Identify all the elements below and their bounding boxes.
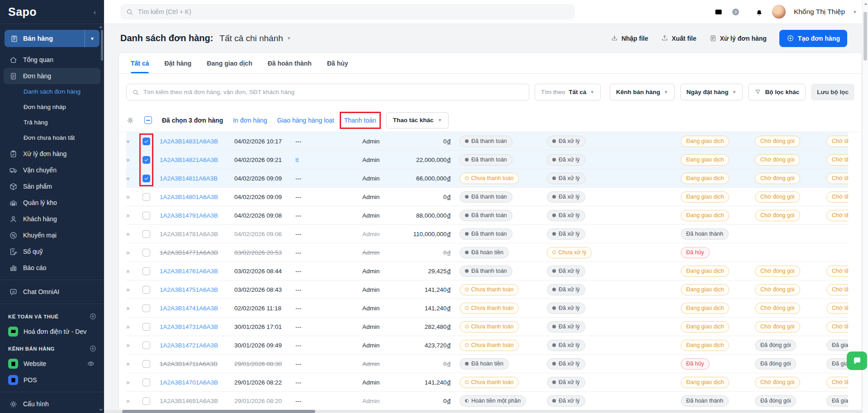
help-icon[interactable]: ? <box>731 7 740 17</box>
horizontal-scrollbar-thumb[interactable] <box>122 410 315 413</box>
sidebar-item-don-chua-hoan-tat[interactable]: Đơn chưa hoàn tất <box>0 130 104 146</box>
expand-row-icon[interactable]: » <box>126 193 142 200</box>
expand-row-icon[interactable]: » <box>126 138 142 145</box>
sidebar-item-chat-omniai[interactable]: AIChat OmniAI <box>4 284 100 300</box>
table-row[interactable]: »1A2A3B14761A6A3B03/02/2026 08:44---Admi… <box>126 262 848 280</box>
sidebar-item-bao-cao[interactable]: Báo cáo <box>4 260 100 276</box>
more-actions-button[interactable]: Thao tác khác ▼ <box>386 112 449 128</box>
whats-new-icon[interactable] <box>714 7 723 17</box>
expand-row-icon[interactable]: » <box>126 397 142 404</box>
table-row[interactable]: »1A2A3B14821A6A3B04/02/2026 09:21ttAdmin… <box>126 151 848 169</box>
sidebar-item-don-hang-nhap[interactable]: Đơn hàng nháp <box>0 100 104 115</box>
table-row[interactable]: »1A2A3B14751A6A3B03/02/2026 08:43---Admi… <box>126 280 848 299</box>
global-search-input[interactable]: Tìm kiếm (Ctrl + K) <box>120 4 575 19</box>
plus-circle-icon[interactable] <box>89 345 97 352</box>
select-all-checkbox[interactable] <box>144 116 152 124</box>
order-id-link[interactable]: 1A2A3B14761A6A3B <box>160 268 234 275</box>
expand-row-icon[interactable]: » <box>126 175 142 182</box>
tab-completed[interactable]: Đã hoàn thành <box>268 53 312 73</box>
row-checkbox[interactable] <box>142 323 150 331</box>
expand-row-icon[interactable]: » <box>126 212 142 219</box>
more-filters-button[interactable]: Bộ lọc khác <box>748 84 806 100</box>
order-id-link[interactable]: 1A2A3B14801A6A3B <box>160 194 234 200</box>
bulk-ship-link[interactable]: Giao hàng hàng loạt <box>277 117 334 124</box>
row-checkbox[interactable] <box>142 230 150 238</box>
expand-row-icon[interactable]: » <box>126 323 142 330</box>
order-id-link[interactable]: 1A2A3B14741A6A3B <box>160 305 234 312</box>
sidebar-scrollbar-thumb[interactable] <box>101 30 103 61</box>
expand-row-icon[interactable]: » <box>126 156 142 163</box>
sidebar-item-hoa-don-dien-tu[interactable]: Hoá đơn điện tử - Dev <box>4 323 100 340</box>
table-row[interactable]: »1A2A3B14781A6A3B04/02/2026 09:06---Admi… <box>126 225 848 243</box>
tab-trading[interactable]: Đang giao dịch <box>207 53 252 73</box>
order-note[interactable]: tt <box>295 157 362 163</box>
sidebar-item-tong-quan[interactable]: Tổng quan <box>4 52 100 68</box>
order-date-filter-dropdown[interactable]: Ngày đặt hàng ▼ <box>680 84 743 100</box>
order-id-link[interactable]: 1A2A3B14831A6A3B <box>160 138 234 145</box>
sidebar-item-cau-hinh[interactable]: Cấu hình <box>4 396 100 412</box>
row-checkbox[interactable] <box>142 193 150 201</box>
row-checkbox[interactable] <box>142 379 150 386</box>
row-checkbox[interactable] <box>142 360 150 368</box>
expand-row-icon[interactable]: » <box>126 342 142 349</box>
sidebar-collapse-icon[interactable]: ‹ <box>94 8 96 16</box>
export-file-button[interactable]: Xuất file <box>661 34 696 42</box>
tab-ordering[interactable]: Đặt hàng <box>164 53 191 73</box>
sidebar-item-danh-sach-don-hang[interactable]: Danh sách đơn hàng <box>0 84 104 100</box>
sidebar-item-tra-hang[interactable]: Trả hàng <box>0 115 104 130</box>
sales-button[interactable]: Bán hàng ▼ <box>5 30 100 47</box>
eye-icon[interactable] <box>87 360 95 368</box>
order-id-link[interactable]: 1A2A3B14711A6A3B <box>160 361 234 367</box>
table-row[interactable]: »1A2A3B14711A6A3B29/01/2026 08:30---Admi… <box>126 355 848 373</box>
table-row[interactable]: »1A2A3B14771A6A3B03/02/2026 20:53---Admi… <box>126 243 848 262</box>
table-row[interactable]: »1A2A3B14791A6A3B04/02/2026 09:08---Admi… <box>126 206 848 225</box>
order-id-link[interactable]: 1A2A3B14821A6A3B <box>160 157 234 163</box>
row-checkbox[interactable] <box>142 249 150 256</box>
channel-filter-dropdown[interactable]: Kênh bán hàng ▼ <box>610 84 674 100</box>
scroll-up-arrow-icon[interactable] <box>864 3 868 5</box>
row-checkbox[interactable] <box>142 156 150 164</box>
tab-all[interactable]: Tất cả <box>131 53 149 73</box>
user-name[interactable]: Khống Thị Thiệp <box>794 8 845 16</box>
horizontal-scrollbar-track[interactable] <box>104 410 862 413</box>
table-row[interactable]: »1A2A3B14721A6A3B30/01/2026 09:49---Admi… <box>126 336 848 355</box>
chat-fab-button[interactable] <box>847 351 867 370</box>
tab-canceled[interactable]: Đã hủy <box>327 53 348 73</box>
order-id-link[interactable]: 1A2A3B14781A6A3B <box>160 231 234 237</box>
sidebar-scroll-up-icon[interactable] <box>99 26 103 28</box>
expand-row-icon[interactable]: » <box>126 286 142 293</box>
plus-circle-icon[interactable] <box>89 313 97 320</box>
user-avatar[interactable] <box>772 5 786 19</box>
sidebar-item-van-chuyen[interactable]: Vận chuyển <box>4 162 100 178</box>
table-row[interactable]: »1A2A3B14701A6A3B29/01/2026 08:22---Admi… <box>126 373 848 392</box>
expand-row-icon[interactable]: » <box>126 249 142 256</box>
order-id-link[interactable]: 1A2A3B14811A6A3B <box>160 175 234 182</box>
row-checkbox[interactable] <box>142 304 150 312</box>
table-row[interactable]: »1A2A3B14831A6A3B04/02/2026 10:17---Admi… <box>126 132 848 151</box>
import-file-button[interactable]: Nhập file <box>611 34 648 42</box>
order-id-link[interactable]: 1A2A3B14691A6A3B <box>160 398 234 404</box>
notifications-bell-icon[interactable] <box>754 7 764 17</box>
sidebar-item-so-quy[interactable]: Sổ quỹ <box>4 243 100 260</box>
row-checkbox[interactable] <box>142 267 150 275</box>
table-settings-gear-icon[interactable] <box>126 116 134 124</box>
table-row[interactable]: »1A2A3B14731A6A3B30/01/2026 17:01---Admi… <box>126 318 848 336</box>
sidebar-item-khuyen-mai[interactable]: Khuyến mại <box>4 227 100 243</box>
expand-row-icon[interactable]: » <box>126 267 142 275</box>
user-menu-caret-icon[interactable]: ▼ <box>853 9 857 14</box>
sidebar-item-pos[interactable]: POS <box>4 372 100 388</box>
row-checkbox[interactable] <box>142 286 150 294</box>
row-checkbox[interactable] <box>142 212 150 219</box>
sidebar-item-quan-ly-kho[interactable]: Quản lý kho <box>4 195 100 211</box>
branch-selector[interactable]: Tất cả chi nhánh ▼ <box>219 33 291 43</box>
sidebar-item-khach-hang[interactable]: Khách hàng <box>4 211 100 227</box>
row-checkbox[interactable] <box>142 342 150 349</box>
order-id-link[interactable]: 1A2A3B14771A6A3B <box>160 249 234 256</box>
sidebar-scroll-down-icon[interactable] <box>99 409 103 411</box>
sidebar-item-don-hang[interactable]: Đơn hàng <box>4 68 100 84</box>
table-row[interactable]: »1A2A3B14811A6A3B04/02/2026 09:09---Admi… <box>126 169 848 188</box>
row-checkbox[interactable] <box>142 138 150 145</box>
expand-row-icon[interactable]: » <box>126 230 142 237</box>
order-id-link[interactable]: 1A2A3B14791A6A3B <box>160 212 234 219</box>
table-row[interactable]: »1A2A3B14691A6A3B29/01/2026 08:20---Admi… <box>126 392 848 410</box>
